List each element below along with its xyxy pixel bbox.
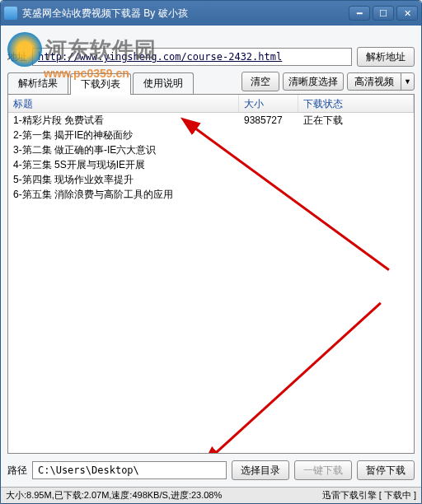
cell-title: 2-第一集 揭开IE的神秘面纱 <box>8 128 239 142</box>
col-size[interactable]: 大小 <box>239 95 298 112</box>
cell-status <box>298 172 414 187</box>
cell-size <box>239 187 298 202</box>
window-title: 英盛网全站收费视频下载器 By 破小孩 <box>22 7 349 21</box>
close-button[interactable]: ✕ <box>396 6 418 21</box>
col-title[interactable]: 标题 <box>8 95 239 112</box>
svg-line-1 <box>215 303 381 453</box>
cell-status <box>298 142 414 157</box>
table-row[interactable]: 4-第三集 5S开展与现场IE开展 <box>8 157 414 172</box>
cell-title: 5-第四集 现场作业效率提升 <box>8 172 239 187</box>
cell-status: 正在下载 <box>298 113 414 128</box>
tab-download-list[interactable]: 下载列表 <box>70 73 131 95</box>
titlebar: 英盛网全站收费视频下载器 By 破小孩 ━ ☐ ✕ <box>1 1 421 26</box>
table-row[interactable]: 6-第五集 消除浪费与高阶工具的应用 <box>8 187 414 202</box>
cell-title: 6-第五集 消除浪费与高阶工具的应用 <box>8 187 239 202</box>
clear-button[interactable]: 清空 <box>241 72 279 91</box>
clarity-value: 高清视频 <box>348 73 401 90</box>
url-label: 地址 <box>7 50 27 64</box>
pause-download-button[interactable]: 暂停下载 <box>357 460 415 480</box>
table-row[interactable]: 2-第一集 揭开IE的神秘面纱 <box>8 128 414 142</box>
cell-size: 9385727 <box>239 113 298 128</box>
maximize-button[interactable]: ☐ <box>373 6 394 21</box>
url-input[interactable] <box>32 48 352 66</box>
path-label: 路径 <box>7 464 27 478</box>
cell-status <box>298 128 414 142</box>
clarity-label: 清晰度选择 <box>283 72 344 91</box>
status-engine: 迅雷下载引擎 [ 下载中 ] <box>322 489 416 502</box>
minimize-button[interactable]: ━ <box>349 6 370 21</box>
app-icon <box>4 7 17 20</box>
table-row[interactable]: 1-精彩片段 免费试看9385727正在下载 <box>8 113 414 128</box>
chevron-down-icon: ▼ <box>401 73 414 90</box>
path-input[interactable] <box>32 461 227 479</box>
table-row[interactable]: 5-第四集 现场作业效率提升 <box>8 172 414 187</box>
table-header: 标题 大小 下载状态 <box>8 95 414 113</box>
parse-url-button[interactable]: 解析地址 <box>357 47 415 67</box>
choose-dir-button[interactable]: 选择目录 <box>232 460 289 480</box>
table-row[interactable]: 3-第二集 做正确的事-IE六大意识 <box>8 142 414 157</box>
cell-title: 4-第三集 5S开展与现场IE开展 <box>8 157 239 172</box>
cell-status <box>298 157 414 172</box>
status-progress: 大小:8.95M,已下载:2.07M,速度:498KB/S,进度:23.08% <box>6 489 322 502</box>
cell-title: 1-精彩片段 免费试看 <box>8 113 239 128</box>
col-status[interactable]: 下载状态 <box>298 95 414 112</box>
cell-size <box>239 128 298 142</box>
cell-size <box>239 157 298 172</box>
clarity-select[interactable]: 高清视频 ▼ <box>347 72 415 91</box>
tab-parse-result[interactable]: 解析结果 <box>7 72 68 94</box>
cell-status <box>298 187 414 202</box>
cell-size <box>239 142 298 157</box>
onekey-download-button[interactable]: 一键下载 <box>294 460 352 480</box>
statusbar: 大小:8.95M,已下载:2.07M,速度:498KB/S,进度:23.08% … <box>1 487 421 503</box>
tab-instructions[interactable]: 使用说明 <box>133 72 194 94</box>
cell-title: 3-第二集 做正确的事-IE六大意识 <box>8 142 239 157</box>
cell-size <box>239 172 298 187</box>
table-body: 1-精彩片段 免费试看9385727正在下载2-第一集 揭开IE的神秘面纱3-第… <box>8 113 414 453</box>
